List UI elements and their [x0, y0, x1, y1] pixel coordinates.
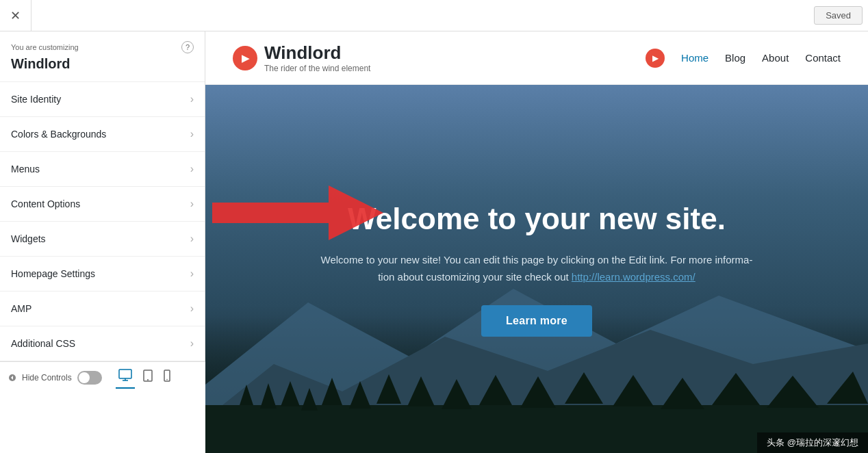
chevron-right-icon: › [190, 337, 194, 350]
site-logo-area: ▶ Windlord The rider of the wind element [233, 42, 370, 73]
sidebar-item-colors-backgrounds[interactable]: Colors & Backgrounds › [0, 117, 205, 152]
hero-section: Welcome to your new site. Welcome to you… [205, 85, 868, 453]
sidebar-item-menus[interactable]: Menus › [0, 152, 205, 187]
chevron-right-icon: › [190, 198, 194, 210]
nav-link-home[interactable]: Home [681, 52, 709, 64]
watermark: 头条 @瑞拉的深邃幻想 [757, 432, 868, 453]
sidebar-item-label: Menus [11, 164, 40, 174]
nav-logo-icon: ▶ [646, 49, 665, 68]
sidebar-item-label: Content Options [11, 198, 80, 209]
hide-controls-label: Hide Controls [22, 373, 72, 383]
saved-button[interactable]: Saved [814, 6, 863, 25]
sidebar-item-label: Site Identity [11, 94, 61, 105]
chevron-right-icon: › [190, 128, 194, 140]
top-bar: ✕ Saved [0, 0, 868, 31]
hero-text-line1: Welcome to your new site! You can edit t… [321, 254, 753, 266]
hero-description: Welcome to your new site! You can edit t… [321, 251, 753, 286]
sidebar-item-label: Homepage Settings [11, 268, 95, 279]
bottom-bar: Hide Controls [0, 361, 205, 393]
site-title: Windlord [264, 42, 370, 64]
sidebar-container: You are customizing ? Windlord Site Iden… [0, 31, 205, 453]
nav-link-contact[interactable]: Contact [805, 52, 841, 64]
sidebar-item-amp[interactable]: AMP › [0, 292, 205, 326]
nav-link-blog[interactable]: Blog [725, 52, 745, 64]
site-header: ▶ Windlord The rider of the wind element… [205, 31, 868, 85]
sidebar-item-widgets[interactable]: Widgets › [0, 222, 205, 257]
chevron-right-icon: › [190, 268, 194, 280]
site-logo: ▶ [233, 46, 257, 70]
hide-controls-toggle-switch[interactable] [77, 371, 102, 385]
close-button[interactable]: ✕ [0, 0, 31, 31]
device-icons [116, 366, 173, 389]
learn-more-button[interactable]: Learn more [481, 305, 592, 337]
hero-link[interactable]: http://learn.wordpress.com/ [572, 271, 695, 283]
svg-point-8 [166, 379, 168, 380]
mobile-icon[interactable] [161, 367, 173, 388]
sidebar-item-label: Additional CSS [11, 338, 75, 349]
site-nav: ▶ Home Blog About Contact [646, 49, 841, 68]
arrow-left-icon [8, 374, 16, 382]
site-title-area: Windlord The rider of the wind element [264, 42, 370, 73]
preview-frame: ▶ Windlord The rider of the wind element… [205, 31, 868, 453]
customizing-text: You are customizing [11, 43, 79, 51]
chevron-right-icon: › [190, 93, 194, 105]
sidebar-item-label: Widgets [11, 233, 46, 244]
sidebar-item-additional-css[interactable]: Additional CSS › [0, 326, 205, 361]
help-icon[interactable]: ? [181, 41, 194, 53]
desktop-icon[interactable] [116, 366, 135, 389]
hero-content: Welcome to your new site. Welcome to you… [321, 201, 753, 337]
svg-point-6 [147, 379, 149, 380]
tablet-icon[interactable] [140, 367, 155, 388]
sidebar-item-label: AMP [11, 303, 31, 314]
hero-text-line2: tion about customizing your site check o… [378, 271, 568, 283]
preview-area: ▶ Windlord The rider of the wind element… [205, 31, 868, 453]
sidebar-item-label: Colors & Backgrounds [11, 129, 106, 140]
hero-title: Welcome to your new site. [321, 201, 753, 237]
sidebar-site-name: Windlord [11, 56, 194, 72]
sidebar-item-content-options[interactable]: Content Options › [0, 187, 205, 222]
chevron-right-icon: › [190, 163, 194, 175]
hide-controls-toggle[interactable]: Hide Controls [8, 371, 102, 385]
site-tagline: The rider of the wind element [264, 64, 370, 73]
sidebar: You are customizing ? Windlord Site Iden… [0, 31, 205, 361]
chevron-right-icon: › [190, 302, 194, 315]
svg-rect-2 [119, 370, 131, 378]
main-layout: You are customizing ? Windlord Site Iden… [0, 31, 868, 453]
sidebar-header: You are customizing ? Windlord [0, 31, 205, 82]
customizing-label: You are customizing ? [11, 41, 194, 53]
nav-link-about[interactable]: About [762, 52, 789, 64]
sidebar-item-site-identity[interactable]: Site Identity › [0, 82, 205, 117]
sidebar-item-homepage-settings[interactable]: Homepage Settings › [0, 257, 205, 292]
chevron-right-icon: › [190, 233, 194, 245]
